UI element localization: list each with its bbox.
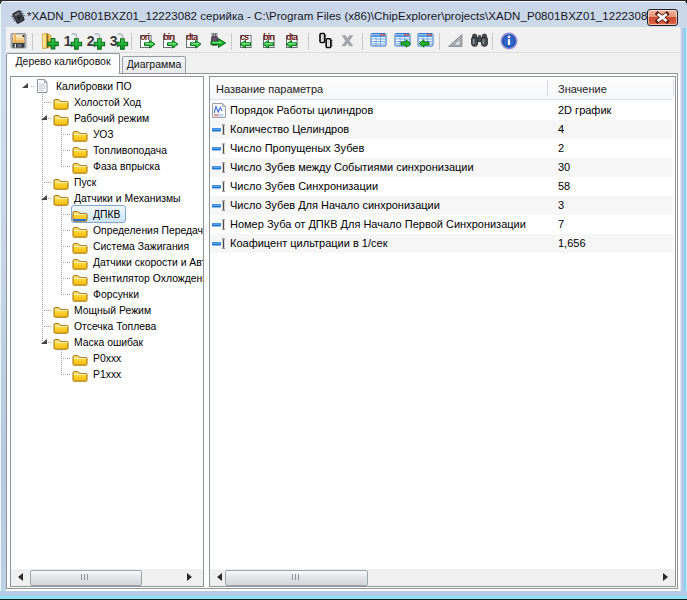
svg-text:3: 3 [110,33,118,49]
svg-text:dta: dta [186,32,198,42]
svg-text:cs: cs [240,32,249,42]
svg-text:ori: ori [140,32,149,42]
svg-text:1: 1 [64,33,72,49]
svg-text:2: 2 [87,33,95,49]
svg-text:dta: dta [286,32,298,42]
